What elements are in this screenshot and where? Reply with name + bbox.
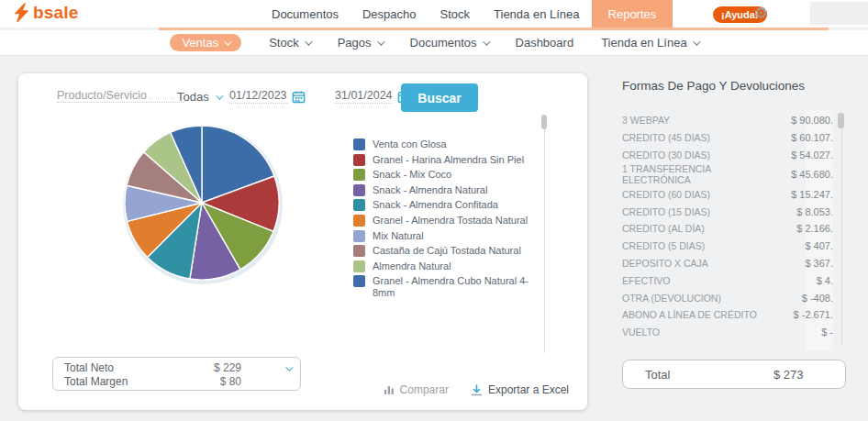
legend-swatch	[353, 215, 365, 227]
payment-amount: $ 8.053.	[767, 206, 833, 217]
legend-item: Castaña de Cajú Tostada Natural	[353, 245, 551, 257]
legend-item: Venta con Glosa	[353, 138, 551, 150]
subnav-item-pagos[interactable]: Pagos	[338, 36, 383, 50]
payments-scrollbar-track	[841, 113, 842, 347]
buscar-button[interactable]: Buscar	[401, 83, 478, 112]
comparar-action[interactable]: Comparar	[384, 383, 449, 396]
payment-row: CREDITO (45 DIAS)$ 60.107.	[622, 129, 833, 147]
calendar-icon	[292, 90, 306, 104]
download-icon	[471, 384, 483, 396]
legend-item: Snack - Almendra Confitada	[353, 199, 551, 211]
bsale-logo[interactable]: bsale	[13, 3, 79, 23]
chevron-down-icon	[483, 38, 490, 45]
payment-row: 3 WEBPAY$ 90.080.	[622, 112, 833, 129]
payment-row: 1 TRANSFERENCIA ELECTRÓNICA$ 45.680.	[622, 163, 833, 185]
payment-amount: $ -2.671.	[767, 309, 833, 320]
payment-amount: $ 4.	[767, 275, 833, 286]
card-scrollbar-thumb[interactable]	[541, 115, 547, 129]
user-account-area[interactable]	[810, 2, 868, 25]
bsale-logo-text: bsale	[33, 3, 79, 23]
filter-bar: Todas 01/12/2023 31/01/2024	[18, 84, 587, 114]
payment-method-label: CREDITO (60 DIAS)	[622, 189, 767, 200]
subnav-label: Pagos	[338, 36, 372, 50]
subnav-item-tienda-en-linea[interactable]: Tienda en Línea	[601, 36, 697, 50]
legend-swatch	[353, 230, 365, 242]
top-header: bsale Documentos Despacho Stock Tienda e…	[0, 0, 868, 28]
category-select[interactable]: Todas	[177, 90, 221, 104]
legend-label: Granel - Harina Almendra Sin Piel	[373, 154, 524, 166]
topnav-item-despacho[interactable]: Despacho	[351, 0, 428, 28]
chevron-down-icon[interactable]	[285, 363, 293, 371]
legend-label: Snack - Almendra Natural	[373, 184, 487, 196]
bar-chart-icon	[384, 384, 395, 395]
payment-amount: $ 90.080.	[767, 115, 833, 126]
legend-label: Granel - Almendra Cubo Natural 4-8mm	[373, 275, 551, 298]
total-neto-label: Total Neto	[64, 361, 114, 374]
date-to-field[interactable]: 31/01/2024	[335, 89, 411, 104]
legend-label: Venta con Glosa	[373, 138, 447, 150]
payment-amount: $ 2.166.	[767, 223, 833, 234]
chevron-down-icon	[224, 38, 231, 45]
payment-amount: $ 45.680.	[767, 169, 833, 180]
subnav-item-ventas-active[interactable]: Ventas	[170, 34, 241, 51]
payment-row: CREDITO (15 DIAS)$ 8.053.	[622, 203, 833, 220]
payment-method-label: CREDITO (45 DIAS)	[622, 132, 767, 143]
payment-row: ABONO A LÍNEA DE CRÉDITO$ -2.671.	[622, 306, 833, 324]
category-selected-value: Todas	[177, 90, 209, 104]
chevron-down-icon	[216, 92, 223, 99]
payment-method-label: 1 TRANSFERENCIA ELECTRÓNICA	[622, 163, 767, 185]
legend-swatch	[353, 184, 365, 196]
payment-method-label: VUELTO	[622, 327, 767, 338]
legend-swatch	[353, 154, 365, 166]
comparar-label: Comparar	[400, 383, 449, 396]
subnav-item-dashboard[interactable]: Dashboard	[516, 36, 574, 50]
topnav-item-reportes-active[interactable]: Reportes	[592, 0, 673, 28]
legend-item: Almendra Natural	[353, 260, 551, 272]
payment-amount: $ -408.	[767, 293, 833, 304]
payments-scrollbar-thumb[interactable]	[838, 113, 844, 128]
total-neto-value: $ 229	[214, 361, 241, 374]
payment-amount: $ 407.	[767, 240, 833, 251]
payment-row: CREDITO (AL DÍA)$ 2.166.	[622, 220, 833, 238]
legend-item: Snack - Mix Coco	[353, 169, 551, 181]
payment-amount: $ 60.107.	[767, 132, 833, 143]
legend-label: Granel - Almendra Tostada Natural	[373, 215, 528, 227]
legend-item: Granel - Almendra Tostada Natural	[353, 215, 551, 227]
payments-title: Formas De Pago Y Devoluciones	[622, 79, 805, 93]
sales-pie-chart[interactable]	[120, 121, 284, 284]
chevron-down-icon	[693, 38, 700, 45]
date-from-field[interactable]: 01/12/2023	[229, 89, 306, 104]
topnav-item-tienda-en-linea[interactable]: Tienda en Línea	[482, 0, 591, 28]
payments-panel: Formas De Pago Y Devoluciones 3 WEBPAY$ …	[606, 57, 868, 421]
legend-item: Granel - Harina Almendra Sin Piel	[353, 154, 551, 166]
topnav-item-stock[interactable]: Stock	[428, 0, 483, 28]
payment-method-label: OTRA (DEVOLUCION)	[622, 293, 767, 304]
subnav-label: Tienda en Línea	[601, 36, 686, 50]
gear-icon[interactable]: ⚙	[754, 4, 768, 23]
subnav-item-documentos[interactable]: Documentos	[410, 36, 488, 50]
legend-swatch	[353, 260, 365, 272]
subnav-item-stock[interactable]: Stock	[269, 36, 310, 50]
subnav-label: Dashboard	[516, 36, 574, 50]
legend-swatch	[353, 245, 365, 257]
payment-row: OTRA (DEVOLUCION)$ -408.	[622, 289, 833, 306]
payment-method-label: DEPOSITO X CAJA	[622, 258, 767, 269]
payment-method-label: EFECTIVO	[622, 275, 767, 286]
card-actions: Comparar Exportar a Excel	[18, 383, 569, 396]
topnav-item-documentos[interactable]: Documentos	[260, 0, 351, 28]
payment-row: CREDITO (30 DIAS)$ 54.027.	[622, 147, 833, 164]
legend-label: Snack - Almendra Confitada	[373, 199, 498, 211]
payment-row: DEPOSITO X CAJA$ 367.	[622, 255, 833, 272]
payments-list: 3 WEBPAY$ 90.080.CREDITO (45 DIAS)$ 60.1…	[622, 112, 833, 341]
payment-amount: $ 367.	[767, 258, 833, 269]
legend-item: Granel - Almendra Cubo Natural 4-8mm	[353, 275, 551, 298]
exportar-excel-action[interactable]: Exportar a Excel	[471, 383, 569, 396]
legend-swatch	[353, 199, 365, 211]
legend-label: Snack - Mix Coco	[373, 169, 451, 181]
payment-row: VUELTO$ -	[622, 324, 833, 341]
legend-label: Castaña de Cajú Tostada Natural	[373, 245, 521, 257]
payments-total-box: Total $ 273	[622, 360, 846, 389]
date-from-value: 01/12/2023	[229, 89, 287, 104]
product-service-input[interactable]	[57, 89, 184, 103]
total-neto-row: Total Neto $ 229	[53, 360, 300, 374]
